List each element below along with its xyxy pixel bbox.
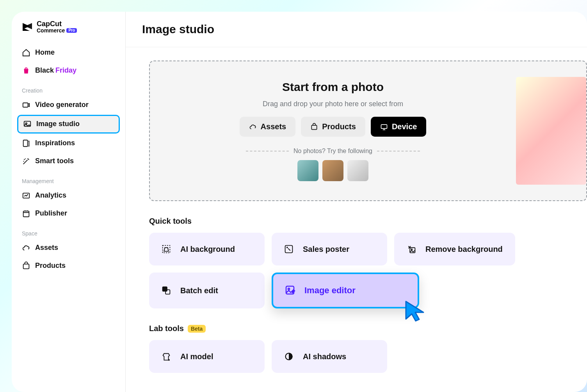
products-icon bbox=[22, 262, 30, 270]
quick-tools-title: Quick tools bbox=[149, 217, 587, 226]
device-button[interactable]: Device bbox=[371, 117, 427, 137]
no-photos-text: No photos? Try the following bbox=[294, 148, 372, 155]
sample-photo-2[interactable] bbox=[322, 160, 343, 181]
nav-home[interactable]: Home bbox=[17, 45, 120, 61]
svg-rect-8 bbox=[381, 125, 387, 128]
nav-label: Products bbox=[35, 262, 66, 270]
nav-products[interactable]: Products bbox=[17, 258, 120, 274]
logo-text-1: CapCut bbox=[37, 20, 77, 28]
nav-label: Home bbox=[35, 48, 55, 57]
tool-label: Image editor bbox=[304, 285, 356, 296]
ai-background-icon bbox=[160, 243, 173, 255]
tool-sales-poster[interactable]: Sales poster bbox=[272, 233, 387, 265]
upload-title: Start from a photo bbox=[282, 80, 384, 94]
logo: CapCut Commerce Pro bbox=[12, 20, 125, 41]
tool-label: Remove background bbox=[425, 245, 503, 254]
svg-point-16 bbox=[288, 288, 290, 290]
batch-edit-icon bbox=[160, 284, 173, 297]
content: Start from a photo Drag and drop your ph… bbox=[126, 47, 587, 392]
nav-image-studio[interactable]: Image studio bbox=[17, 115, 120, 134]
upload-button-row: Assets Products Device bbox=[240, 117, 427, 137]
pro-badge: Pro bbox=[66, 28, 77, 33]
video-icon bbox=[22, 101, 30, 109]
smart-tools-icon bbox=[22, 157, 30, 166]
tool-ai-model[interactable]: AI model bbox=[149, 340, 265, 373]
dash-right bbox=[377, 151, 420, 151]
publisher-icon bbox=[22, 209, 30, 218]
nav: Home BlackFriday Creation Video generato… bbox=[12, 41, 125, 276]
sidebar: CapCut Commerce Pro Home BlackFriday Cre… bbox=[12, 12, 126, 392]
nav-label: Video generator bbox=[35, 101, 89, 109]
page-title: Image studio bbox=[142, 23, 571, 36]
tool-ai-shadows[interactable]: AI shadows bbox=[272, 340, 387, 373]
sample-photo-1[interactable] bbox=[297, 160, 318, 181]
beta-badge: Beta bbox=[188, 325, 206, 333]
svg-point-12 bbox=[411, 249, 413, 250]
upload-info: Start from a photo Drag and drop your ph… bbox=[150, 61, 516, 200]
device-icon bbox=[380, 123, 388, 131]
svg-rect-0 bbox=[23, 103, 28, 107]
app-window: CapCut Commerce Pro Home BlackFriday Cre… bbox=[12, 12, 587, 392]
svg-rect-6 bbox=[23, 264, 29, 269]
tool-ai-background[interactable]: AI background bbox=[149, 233, 265, 265]
svg-rect-11 bbox=[410, 248, 415, 253]
lab-tools-grid: AI model AI shadows bbox=[149, 340, 587, 373]
nav-video-generator[interactable]: Video generator bbox=[17, 97, 120, 113]
cloud-icon bbox=[22, 244, 30, 252]
upload-dropzone[interactable]: Start from a photo Drag and drop your ph… bbox=[149, 61, 587, 201]
nav-label: Analytics bbox=[35, 191, 66, 200]
svg-rect-13 bbox=[163, 287, 167, 291]
image-studio-icon bbox=[23, 120, 32, 128]
no-photos-row: No photos? Try the following bbox=[246, 148, 420, 155]
nav-label: Smart tools bbox=[35, 157, 74, 165]
nav-assets[interactable]: Assets bbox=[17, 240, 120, 256]
products-icon bbox=[310, 123, 318, 131]
quick-tools-grid: AI background Sales poster Remove backgr… bbox=[149, 233, 587, 308]
nav-black-friday[interactable]: BlackFriday bbox=[17, 62, 120, 79]
remove-background-icon bbox=[405, 243, 418, 255]
sample-photo-3[interactable] bbox=[347, 160, 368, 181]
tool-image-editor[interactable]: Image editor bbox=[272, 273, 419, 308]
tool-label: AI background bbox=[180, 245, 235, 254]
main: Image studio Start from a photo Drag and… bbox=[126, 12, 587, 392]
tool-label: Batch edit bbox=[180, 286, 218, 295]
products-button[interactable]: Products bbox=[301, 117, 365, 137]
lab-tools-title: Lab tools Beta bbox=[149, 324, 587, 333]
section-management: Management bbox=[17, 171, 120, 187]
dash-left bbox=[246, 151, 289, 151]
preview-image bbox=[516, 77, 586, 185]
inspirations-icon bbox=[22, 139, 30, 148]
upload-subtitle: Drag and drop your photo here or select … bbox=[263, 100, 403, 108]
nav-label: Inspirations bbox=[35, 139, 75, 147]
svg-rect-3 bbox=[23, 140, 28, 146]
section-space: Space bbox=[17, 223, 120, 240]
nav-analytics[interactable]: Analytics bbox=[17, 187, 120, 204]
cloud-icon bbox=[249, 123, 257, 131]
tool-remove-background[interactable]: Remove background bbox=[394, 233, 515, 265]
nav-label: Assets bbox=[35, 244, 58, 252]
nav-publisher[interactable]: Publisher bbox=[17, 205, 120, 222]
analytics-icon bbox=[22, 191, 30, 200]
home-icon bbox=[22, 48, 30, 57]
svg-rect-7 bbox=[312, 125, 317, 129]
ai-shadows-icon bbox=[283, 350, 295, 363]
svg-rect-5 bbox=[23, 211, 29, 217]
nav-inspirations[interactable]: Inspirations bbox=[17, 135, 120, 151]
assets-button[interactable]: Assets bbox=[240, 117, 296, 137]
capcut-logo-icon bbox=[21, 21, 34, 33]
tool-label: AI shadows bbox=[303, 352, 346, 361]
tool-batch-edit[interactable]: Batch edit bbox=[149, 273, 265, 308]
sales-poster-icon bbox=[283, 243, 295, 255]
shopping-bag-icon bbox=[22, 66, 30, 75]
nav-label: Publisher bbox=[35, 209, 67, 217]
logo-text-2: Commerce Pro bbox=[37, 28, 77, 34]
nav-label: Image studio bbox=[36, 120, 80, 128]
tool-label: Sales poster bbox=[303, 245, 349, 254]
section-creation: Creation bbox=[17, 80, 120, 97]
sample-row bbox=[297, 160, 368, 181]
page-header: Image studio bbox=[126, 12, 587, 47]
ai-model-icon bbox=[160, 350, 173, 363]
cursor-icon bbox=[402, 298, 429, 325]
image-editor-icon bbox=[284, 284, 297, 297]
nav-smart-tools[interactable]: Smart tools bbox=[17, 153, 120, 169]
